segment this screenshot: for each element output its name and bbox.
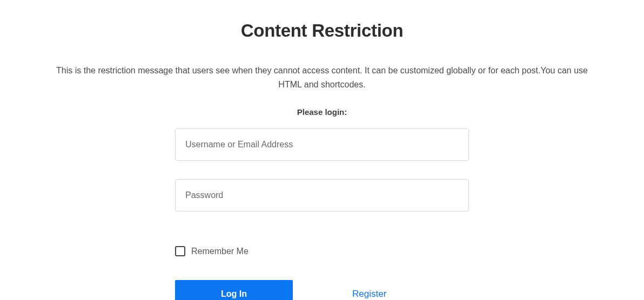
- content-restriction-page: Content Restriction This is the restrict…: [0, 0, 644, 300]
- restriction-message: This is the restriction message that use…: [36, 64, 608, 91]
- form-actions: Log In Register: [175, 280, 469, 300]
- username-input[interactable]: [175, 128, 469, 161]
- remember-row: Remember Me: [175, 246, 469, 256]
- login-form: Remember Me Log In Register: [175, 128, 469, 300]
- login-prompt: Please login:: [0, 107, 644, 117]
- page-title: Content Restriction: [0, 21, 644, 41]
- remember-checkbox[interactable]: [175, 246, 185, 256]
- password-input[interactable]: [175, 179, 469, 212]
- login-button[interactable]: Log In: [175, 280, 293, 300]
- register-link[interactable]: Register: [352, 289, 386, 299]
- remember-label[interactable]: Remember Me: [191, 247, 249, 256]
